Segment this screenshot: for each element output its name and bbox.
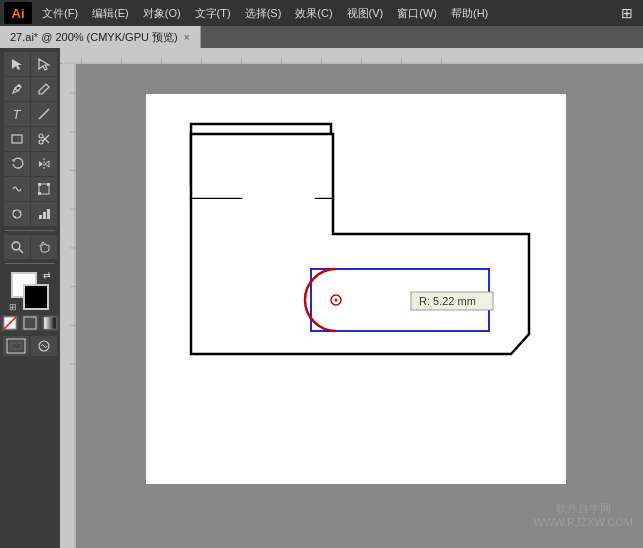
menu-effect[interactable]: 效果(C) — [289, 4, 338, 23]
app-logo: Ai — [4, 2, 32, 24]
scissors-tool[interactable] — [31, 127, 57, 151]
extra-tools-row — [3, 336, 57, 356]
menu-select[interactable]: 选择(S) — [239, 4, 288, 23]
selection-tool[interactable] — [4, 52, 30, 76]
reflect-tool[interactable] — [31, 152, 57, 176]
artboard-bg: R: 5.22 mm — [126, 84, 616, 524]
svg-rect-40 — [60, 64, 75, 548]
pencil-tool[interactable] — [31, 77, 57, 101]
line-tool[interactable] — [31, 102, 57, 126]
title-bar: Ai 文件(F) 编辑(E) 对象(O) 文字(T) 选择(S) 效果(C) 视… — [0, 0, 643, 26]
main-area: T — [0, 48, 643, 548]
menu-window[interactable]: 窗口(W) — [391, 4, 443, 23]
svg-rect-26 — [11, 343, 21, 349]
tool-divider-2 — [5, 263, 55, 264]
svg-rect-9 — [38, 183, 41, 186]
ruler-top — [60, 48, 643, 64]
svg-rect-2 — [12, 135, 22, 143]
tool-row-8 — [4, 235, 57, 259]
svg-rect-11 — [38, 192, 41, 195]
document-tab[interactable]: 27.ai* @ 200% (CMYK/GPU 预览) × — [0, 26, 201, 48]
column-graph-tool[interactable] — [31, 202, 57, 226]
menu-help[interactable]: 帮助(H) — [445, 4, 494, 23]
svg-rect-10 — [47, 183, 50, 186]
menu-file[interactable]: 文件(F) — [36, 4, 84, 23]
reset-colors-icon[interactable]: ⊞ — [9, 302, 17, 312]
tool-row-1 — [4, 52, 57, 76]
svg-point-15 — [14, 216, 16, 218]
svg-point-0 — [17, 84, 20, 87]
menu-text[interactable]: 文字(T) — [189, 4, 237, 23]
tool-row-4 — [4, 127, 57, 151]
svg-point-13 — [13, 210, 15, 212]
menu-view[interactable]: 视图(V) — [341, 4, 390, 23]
tab-close-button[interactable]: × — [184, 32, 190, 43]
svg-rect-17 — [43, 212, 46, 219]
svg-point-3 — [39, 134, 43, 138]
direct-selection-tool[interactable] — [31, 52, 57, 76]
tab-bar: 27.ai* @ 200% (CMYK/GPU 预览) × — [0, 26, 643, 48]
svg-point-4 — [39, 140, 43, 144]
color-mode-row — [1, 315, 59, 331]
menu-object[interactable]: 对象(O) — [137, 4, 187, 23]
artboard[interactable]: R: 5.22 mm — [146, 94, 566, 484]
svg-line-20 — [19, 249, 23, 253]
zoom-tool[interactable] — [4, 235, 30, 259]
no-color-button[interactable] — [1, 315, 19, 331]
tab-label: 27.ai* @ 200% (CMYK/GPU 预览) — [10, 30, 178, 45]
tool-row-2 — [4, 77, 57, 101]
color-mode-button[interactable] — [21, 315, 39, 331]
color-area: ⇄ ⊞ — [11, 272, 49, 310]
svg-rect-23 — [24, 317, 36, 329]
main-shape-svg: R: 5.22 mm — [161, 104, 551, 414]
svg-rect-18 — [47, 209, 50, 219]
appearance-panel[interactable] — [31, 336, 57, 356]
menu-edit[interactable]: 编辑(E) — [86, 4, 135, 23]
type-tool[interactable]: T — [4, 102, 30, 126]
rotate-tool[interactable] — [4, 152, 30, 176]
svg-rect-28 — [62, 48, 642, 64]
artboard-tool[interactable] — [3, 336, 29, 356]
tool-divider — [5, 230, 55, 231]
free-transform-tool[interactable] — [31, 177, 57, 201]
tool-row-6 — [4, 177, 57, 201]
svg-rect-25 — [7, 339, 25, 353]
symbol-sprayer-tool[interactable] — [4, 202, 30, 226]
gradient-button[interactable] — [41, 315, 59, 331]
fill-color-box[interactable] — [23, 284, 49, 310]
svg-text:R: 5.22 mm: R: 5.22 mm — [419, 295, 476, 307]
canvas-content: R: 5.22 mm — [76, 64, 643, 548]
ruler-left — [60, 64, 76, 548]
toolbar: T — [0, 48, 60, 548]
color-boxes[interactable]: ⇄ ⊞ — [11, 272, 49, 310]
rectangle-tool[interactable] — [4, 127, 30, 151]
svg-point-14 — [19, 211, 21, 213]
svg-point-19 — [12, 242, 20, 250]
grid-icon[interactable]: ⊞ — [615, 3, 639, 23]
svg-rect-16 — [39, 215, 42, 219]
svg-line-1 — [39, 109, 49, 119]
menu-bar: 文件(F) 编辑(E) 对象(O) 文字(T) 选择(S) 效果(C) 视图(V… — [36, 3, 639, 23]
tool-row-5 — [4, 152, 57, 176]
pen-tool[interactable] — [4, 77, 30, 101]
svg-rect-24 — [44, 317, 56, 329]
svg-point-52 — [335, 299, 338, 302]
swap-colors-icon[interactable]: ⇄ — [43, 270, 51, 280]
hand-tool[interactable] — [31, 235, 57, 259]
tool-row-7 — [4, 202, 57, 226]
warp-tool[interactable] — [4, 177, 30, 201]
canvas-area[interactable]: R: 5.22 mm 软件自学网 WWW.RJZXW.COM — [60, 48, 643, 548]
tool-row-3: T — [4, 102, 57, 126]
